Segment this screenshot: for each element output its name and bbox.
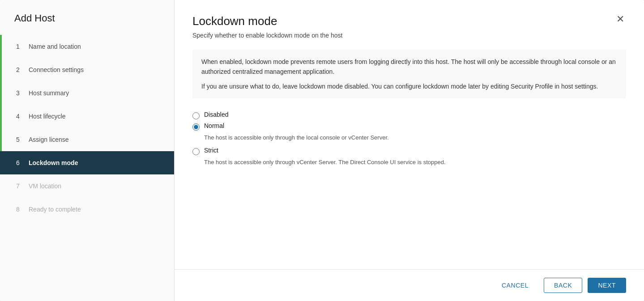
radio-label-normal[interactable]: Normal: [192, 122, 626, 131]
add-host-dialog: Add Host 1Name and location2Connection s…: [0, 0, 644, 301]
step-label-3: Host summary: [29, 89, 69, 97]
step-label-6: Lockdown mode: [29, 159, 78, 166]
main-header: Lockdown mode ✕: [192, 14, 626, 28]
step-number-1: 1: [16, 43, 23, 50]
radio-label-strict[interactable]: Strict: [192, 147, 626, 155]
info-paragraph-2: If you are unsure what to do, leave lock…: [201, 81, 617, 91]
step-number-8: 8: [16, 206, 23, 213]
radio-input-strict[interactable]: [192, 148, 200, 155]
sidebar-step-8: 8Ready to complete: [0, 198, 174, 221]
step-label-8: Ready to complete: [29, 206, 81, 213]
close-button[interactable]: ✕: [614, 14, 626, 24]
page-title: Lockdown mode: [192, 14, 277, 28]
step-label-5: Assign license: [29, 136, 69, 143]
step-label-2: Connection settings: [29, 66, 84, 73]
dialog-title: Add Host: [0, 0, 174, 35]
step-label-1: Name and location: [29, 43, 81, 50]
step-label-7: VM location: [29, 182, 61, 190]
sidebar-step-5[interactable]: 5Assign license: [0, 128, 174, 151]
step-number-3: 3: [16, 89, 23, 97]
sidebar-step-7: 7VM location: [0, 174, 174, 198]
next-button[interactable]: NEXT: [588, 278, 626, 293]
sidebar-step-6[interactable]: 6Lockdown mode: [0, 151, 174, 174]
info-paragraph-1: When enabled, lockdown mode prevents rem…: [201, 57, 617, 77]
sidebar-step-4[interactable]: 4Host lifecycle: [0, 105, 174, 128]
step-number-4: 4: [16, 113, 23, 120]
sidebar-step-1[interactable]: 1Name and location: [0, 35, 174, 58]
radio-label-disabled[interactable]: Disabled: [192, 111, 626, 119]
radio-option-strict: StrictThe host is accessible only throug…: [192, 147, 626, 171]
step-number-7: 7: [16, 182, 23, 190]
dialog-footer: CANCEL BACK NEXT: [175, 269, 644, 301]
step-label-4: Host lifecycle: [29, 113, 65, 120]
radio-input-disabled[interactable]: [192, 112, 200, 119]
sidebar: Add Host 1Name and location2Connection s…: [0, 0, 175, 301]
back-button[interactable]: BACK: [544, 278, 582, 293]
page-subtitle: Specify whether to enable lockdown mode …: [192, 32, 626, 39]
radio-option-disabled: Disabled: [192, 111, 626, 122]
radio-input-normal[interactable]: [192, 123, 200, 131]
step-list: 1Name and location2Connection settings3H…: [0, 35, 174, 301]
radio-text-disabled: Disabled: [204, 111, 228, 118]
radio-desc-normal: The host is accessible only through the …: [204, 133, 626, 142]
step-number-5: 5: [16, 136, 23, 143]
info-block: When enabled, lockdown mode prevents rem…: [192, 50, 626, 98]
sidebar-step-2[interactable]: 2Connection settings: [0, 58, 174, 81]
step-number-2: 2: [16, 66, 23, 73]
main-content: Lockdown mode ✕ Specify whether to enabl…: [175, 0, 644, 301]
step-number-6: 6: [16, 159, 23, 166]
sidebar-step-3[interactable]: 3Host summary: [0, 81, 174, 105]
lockdown-mode-options: DisabledNormalThe host is accessible onl…: [192, 111, 626, 171]
radio-option-normal: NormalThe host is accessible only throug…: [192, 122, 626, 147]
cancel-button[interactable]: CANCEL: [492, 278, 538, 293]
radio-desc-strict: The host is accessible only through vCen…: [204, 158, 626, 167]
radio-text-normal: Normal: [204, 122, 224, 129]
radio-text-strict: Strict: [204, 147, 218, 154]
